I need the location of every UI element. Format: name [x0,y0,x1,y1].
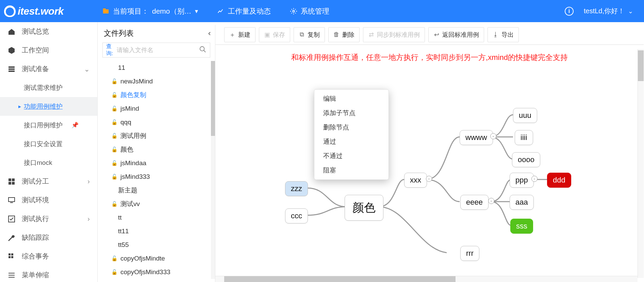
expand-toggle[interactable]: - [490,133,496,139]
sidebar-sub-2-2[interactable]: 接口用例维护📌 [0,116,97,135]
search-icon[interactable] [199,46,207,54]
brand-logo: itest.work [4,5,93,17]
svg-rect-14 [11,253,13,255]
sidebar-item-1[interactable]: 工作空间 [0,41,97,60]
expand-toggle[interactable]: - [488,198,494,204]
chevron-down-icon: ⌄ [84,65,90,73]
sidebar-item-0[interactable]: 测试总览 [0,22,97,41]
file-list-scrollbar[interactable] [211,61,215,279]
delete-button[interactable]: 🗑删除 [328,27,360,42]
top-bar: itest.work 当前项目： demo（别… ▾ 工作量及动态 系统管理 i… [0,0,644,22]
mm-node-eeee[interactable]: eeee [460,195,489,210]
file-item-7[interactable]: 🔓jsMindaa [98,156,215,170]
nav-admin[interactable]: 系统管理 [280,0,339,22]
svg-rect-17 [9,273,15,273]
sidebar-sub-2-3[interactable]: 接口安全设置 [0,135,97,153]
user-menu[interactable]: testLd,你好！ ⌄ [584,6,633,16]
mm-node-ddd[interactable]: ddd [547,173,571,188]
svg-rect-5 [9,70,15,72]
expand-toggle[interactable]: - [531,176,538,182]
mm-node-rrr[interactable]: rrr [460,246,479,261]
file-item-8[interactable]: 🔓jsMind333 [98,170,215,184]
new-button[interactable]: ＋新建 [224,27,255,42]
mm-node-wwww[interactable]: wwww [460,130,493,145]
canvas-scrollbar-horizontal[interactable] [215,276,638,282]
sidebar-item-8[interactable]: 菜单伸缩 [0,266,97,282]
file-item-5[interactable]: 🔓测试用例 [98,129,215,143]
file-item-11[interactable]: tt [98,211,215,224]
copy-icon: ⧉ [299,32,305,38]
save-icon: ▣ [264,32,270,38]
file-item-10[interactable]: 🔓测试vv [98,197,215,211]
copy-button[interactable]: ⧉复制 [294,27,325,42]
file-item-12[interactable]: tt11 [98,224,215,238]
file-item-4[interactable]: 🔓qqq [98,115,215,129]
lock-icon: 🔓 [111,201,118,207]
export-button[interactable]: ⭳导出 [488,27,519,42]
ctx-item-1[interactable]: 添加子节点 [314,106,389,120]
svg-point-2 [293,10,295,12]
brand-text: itest.work [18,5,64,17]
ctx-item-3[interactable]: 通过 [314,135,389,149]
mm-node-xxx[interactable]: xxx [404,173,427,188]
svg-rect-1 [103,8,106,10]
mm-node-aaa[interactable]: aaa [510,195,534,210]
mm-node-sss[interactable]: sss [510,219,533,234]
mm-node-uuu[interactable]: uuu [513,108,537,123]
project-switcher[interactable]: 当前项目： demo（别… ▾ [93,0,208,22]
ctx-item-0[interactable]: 编辑 [314,92,389,106]
sidebar-item-3[interactable]: 测试分工› [0,172,97,191]
svg-rect-11 [10,202,13,203]
file-item-1[interactable]: 🔓newJsMind [98,75,215,88]
mindmap-canvas[interactable]: 和标准用例操作互通，任意一地方执行，实时同步到另一方,xmind的快捷键完全支持 [215,45,644,282]
sidebar-sub-2-1[interactable]: 功能用例维护 [0,97,97,116]
save-button[interactable]: ▣保存 [259,27,290,42]
sidebar: 测试总览工作空间测试准备⌄测试需求维护功能用例维护接口用例维护📌接口安全设置接口… [0,22,98,282]
plus-icon: ＋ [229,32,235,38]
mm-node-iiii[interactable]: iiii [515,130,533,145]
nav-workload[interactable]: 工作量及动态 [208,0,280,22]
canvas-scrollbar-vertical[interactable] [638,49,644,278]
mm-node-zzz[interactable]: zzz [285,181,308,196]
nav-icon [7,46,16,54]
svg-rect-7 [12,178,15,181]
nav-icon [7,252,16,261]
expand-toggle[interactable]: - [426,176,432,182]
file-item-2[interactable]: 🔓颜色复制 [98,88,215,102]
mm-node-ppp[interactable]: ppp [510,173,534,188]
sidebar-item-5[interactable]: 测试执行› [0,209,97,228]
toolbar: ＋新建 ▣保存 ⧉复制 🗑删除 ⇄同步到标准用例 ↩返回标准用例 ⭳导出 [215,25,644,45]
sidebar-item-6[interactable]: 缺陷跟踪 [0,228,97,247]
sidebar-item-7[interactable]: 综合事务 [0,247,97,266]
sidebar-sub-2-0[interactable]: 测试需求维护 [0,78,97,97]
main-area: ＋新建 ▣保存 ⧉复制 🗑删除 ⇄同步到标准用例 ↩返回标准用例 ⭳导出 和标准… [215,25,644,282]
mm-node-ccc[interactable]: ccc [285,208,308,223]
file-list-title: 文件列表 [104,28,208,38]
mm-node-oooo[interactable]: oooo [512,152,540,167]
sidebar-sub-2-4[interactable]: 接口mock [0,153,97,172]
trash-icon: 🗑 [333,32,340,38]
sidebar-item-2[interactable]: 测试准备⌄ [0,60,97,78]
svg-rect-18 [9,275,15,276]
file-item-14[interactable]: 🔓copyOfjsMindte [98,252,215,265]
sync-button[interactable]: ⇄同步到标准用例 [363,27,425,42]
ctx-item-2[interactable]: 删除节点 [314,120,389,135]
file-item-13[interactable]: tt55 [98,238,215,252]
file-item-3[interactable]: 🔓jsMind [98,102,215,115]
collapse-icon[interactable]: ‹‹ [208,29,209,38]
sidebar-item-4[interactable]: 测试环境 [0,191,97,209]
context-menu: 编辑添加子节点删除节点通过不通过阻塞 [314,89,389,180]
back-button[interactable]: ↩返回标准用例 [428,27,484,42]
file-search-input[interactable] [113,47,199,54]
sync-icon: ⇄ [368,32,374,38]
file-item-9[interactable]: 新主题 [98,184,215,197]
file-item-15[interactable]: 🔓copyOfjsMind333 [98,265,215,279]
mm-node-root[interactable]: 颜色 [345,195,383,221]
ctx-item-5[interactable]: 阻塞 [314,163,389,177]
file-item-0[interactable]: 11 [98,61,215,75]
chevron-right-icon: › [87,177,90,185]
info-icon[interactable]: i [565,7,574,16]
ctx-item-4[interactable]: 不通过 [314,149,389,163]
file-item-6[interactable]: 🔓颜色 [98,143,215,156]
svg-point-20 [200,47,204,51]
